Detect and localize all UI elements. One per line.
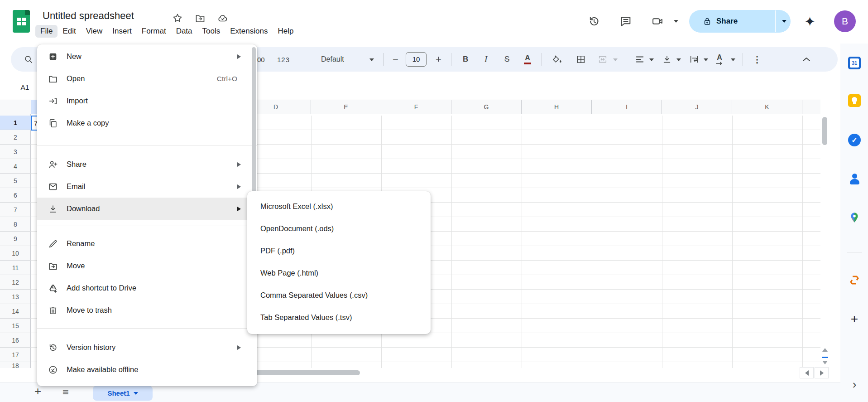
row-header-4[interactable]: 4	[0, 159, 31, 174]
name-box[interactable]: A1	[14, 83, 36, 92]
submenu-item-ods[interactable]: OpenDocument (.ods)	[247, 218, 431, 240]
scroll-left-button[interactable]	[800, 367, 814, 378]
menu-tools[interactable]: Tools	[197, 25, 225, 38]
keep-icon[interactable]	[848, 94, 861, 107]
menu-file[interactable]: File	[35, 25, 58, 38]
row-header-5[interactable]: 5	[0, 174, 31, 188]
gemini-sparkle-icon[interactable]: ✦	[804, 14, 815, 29]
scroll-up-arrow[interactable]	[822, 348, 828, 352]
menu-item-make-a-copy[interactable]: Make a copy	[37, 112, 257, 134]
submenu-item-pdf[interactable]: PDF (.pdf)	[247, 240, 431, 262]
column-header-i[interactable]: I	[592, 100, 662, 114]
row-header-2[interactable]: 2	[0, 130, 31, 145]
menu-edit[interactable]: Edit	[58, 25, 81, 38]
contacts-icon[interactable]	[848, 172, 861, 186]
row-header-16[interactable]: 16	[0, 333, 31, 348]
font-family-select[interactable]: Default	[321, 47, 355, 72]
decrease-decimal-button[interactable]: 00	[257, 47, 265, 72]
all-sheets-button[interactable]: ≡	[62, 386, 69, 398]
row-header-9[interactable]: 9	[0, 232, 31, 246]
sheet-tab-caret[interactable]	[134, 392, 138, 395]
addon-icon[interactable]	[848, 273, 861, 287]
column-header-partial[interactable]	[802, 100, 820, 114]
row-header-18[interactable]: 18	[0, 362, 31, 368]
horizontal-align-caret[interactable]	[649, 58, 654, 61]
text-rotation-button[interactable]: A	[715, 47, 724, 72]
column-header-h[interactable]: H	[522, 100, 592, 114]
share-button[interactable]: Share	[689, 10, 791, 33]
meet-video-icon[interactable]	[651, 15, 664, 28]
search-icon[interactable]	[24, 54, 34, 64]
column-header-e[interactable]: E	[311, 100, 381, 114]
font-size-input[interactable]: 10	[406, 52, 427, 67]
sheet-tab-sheet1[interactable]: Sheet1	[93, 386, 153, 401]
comments-icon[interactable]	[619, 15, 632, 28]
column-header-g[interactable]: G	[451, 100, 522, 114]
move-folder-icon[interactable]	[195, 13, 206, 24]
fill-color-icon[interactable]	[552, 54, 562, 64]
hide-toolbar-chevron-icon[interactable]	[802, 57, 810, 62]
more-toolbar-button[interactable]: ⋮	[753, 47, 762, 72]
menu-item-import[interactable]: Import	[37, 90, 257, 112]
borders-icon[interactable]	[576, 54, 586, 64]
menu-scrollbar-thumb[interactable]	[252, 47, 256, 213]
meet-dropdown-caret[interactable]	[674, 20, 678, 23]
menu-item-share[interactable]: Share	[37, 153, 257, 175]
row-header-11[interactable]: 11	[0, 261, 31, 275]
italic-button[interactable]: I	[484, 47, 487, 72]
menu-format[interactable]: Format	[137, 25, 171, 38]
row-header-14[interactable]: 14	[0, 304, 31, 319]
menu-item-version-history[interactable]: Version history	[37, 336, 257, 358]
horizontal-align-icon[interactable]	[635, 54, 645, 64]
column-header-j[interactable]: J	[662, 100, 732, 114]
document-title[interactable]: Untitled spreadsheet	[43, 10, 134, 22]
row-header-17[interactable]: 17	[0, 348, 31, 362]
bold-button[interactable]: B	[463, 47, 468, 72]
row-header-1[interactable]: 1	[0, 116, 31, 130]
menu-item-new[interactable]: New	[37, 45, 257, 68]
menu-item-add-shortcut-to-drive[interactable]: Add shortcut to Drive	[37, 277, 257, 299]
get-addons-button[interactable]: +	[848, 312, 861, 326]
tasks-icon[interactable]: ✓	[848, 133, 861, 147]
submenu-item-xlsx[interactable]: Microsoft Excel (.xlsx)	[247, 195, 431, 218]
row-header-15[interactable]: 15	[0, 319, 31, 333]
scroll-down-arrow[interactable]	[822, 361, 828, 364]
column-header-f[interactable]: F	[381, 100, 451, 114]
menu-item-download[interactable]: Download	[37, 198, 257, 220]
vertical-scrollbar-thumb[interactable]	[822, 117, 827, 145]
column-header-k[interactable]: K	[732, 100, 802, 114]
menu-extensions[interactable]: Extensions	[225, 25, 273, 38]
show-side-panel-button[interactable]: ›	[848, 378, 861, 391]
menu-item-make-available-offline[interactable]: Make available offline	[37, 358, 257, 381]
strikethrough-button[interactable]: S	[504, 47, 509, 72]
scroll-right-button[interactable]	[815, 367, 829, 378]
add-sheet-button[interactable]: +	[34, 384, 41, 398]
row-header-6[interactable]: 6	[0, 188, 31, 203]
increase-font-size-button[interactable]: +	[436, 47, 441, 72]
submenu-item-csv[interactable]: Comma Separated Values (.csv)	[247, 284, 431, 306]
version-history-icon[interactable]	[588, 15, 600, 28]
menu-item-rename[interactable]: Rename	[37, 232, 257, 255]
vertical-align-caret[interactable]	[676, 58, 681, 61]
menu-insert[interactable]: Insert	[107, 25, 137, 38]
row-header-7[interactable]: 7	[0, 203, 31, 217]
vertical-align-icon[interactable]	[662, 54, 672, 64]
submenu-item-tsv[interactable]: Tab Separated Values (.tsv)	[247, 306, 431, 329]
row-header-13[interactable]: 13	[0, 290, 31, 304]
text-wrap-icon[interactable]	[689, 54, 699, 64]
decrease-font-size-button[interactable]: −	[393, 47, 398, 72]
row-header-8[interactable]: 8	[0, 217, 31, 232]
text-color-button[interactable]: A	[524, 47, 531, 72]
number-format-button[interactable]: 123	[277, 47, 290, 72]
share-dropdown-caret[interactable]	[782, 20, 786, 23]
menu-item-open[interactable]: OpenCtrl+O	[37, 68, 257, 90]
menu-data[interactable]: Data	[171, 25, 197, 38]
menu-item-move-to-trash[interactable]: Move to trash	[37, 299, 257, 321]
calendar-icon[interactable]: 31	[848, 56, 861, 70]
menu-view[interactable]: View	[81, 25, 108, 38]
row-header-10[interactable]: 10	[0, 246, 31, 261]
submenu-item-html[interactable]: Web Page (.html)	[247, 262, 431, 284]
row-header-3[interactable]: 3	[0, 145, 31, 159]
text-rotation-caret[interactable]	[731, 58, 735, 61]
maps-icon[interactable]	[848, 211, 861, 224]
